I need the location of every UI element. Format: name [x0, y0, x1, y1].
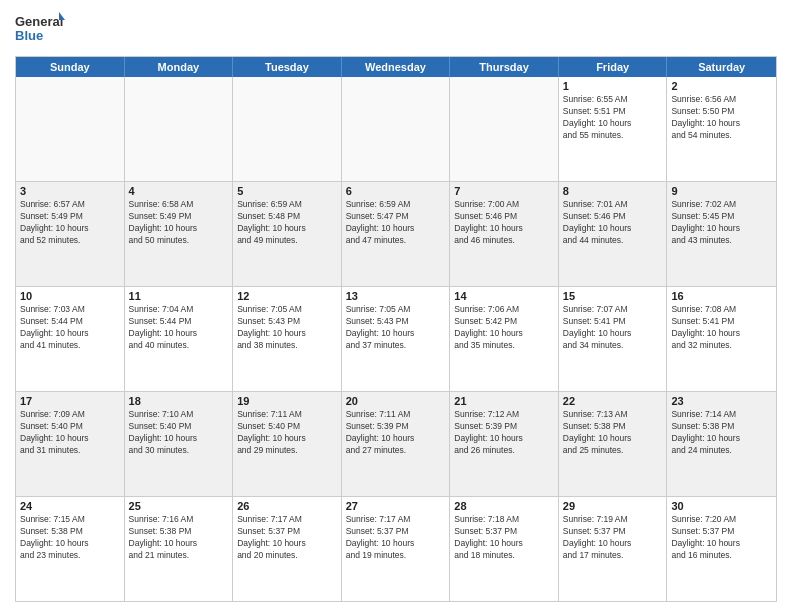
day-number: 26	[237, 500, 337, 512]
calendar-cell: 16Sunrise: 7:08 AMSunset: 5:41 PMDayligh…	[667, 287, 776, 391]
calendar-cell: 27Sunrise: 7:17 AMSunset: 5:37 PMDayligh…	[342, 497, 451, 601]
day-number: 20	[346, 395, 446, 407]
day-info: Sunrise: 7:17 AMSunset: 5:37 PMDaylight:…	[346, 514, 446, 562]
calendar-cell: 1Sunrise: 6:55 AMSunset: 5:51 PMDaylight…	[559, 77, 668, 181]
calendar-cell: 15Sunrise: 7:07 AMSunset: 5:41 PMDayligh…	[559, 287, 668, 391]
calendar-cell: 20Sunrise: 7:11 AMSunset: 5:39 PMDayligh…	[342, 392, 451, 496]
calendar-cell	[450, 77, 559, 181]
day-info: Sunrise: 7:14 AMSunset: 5:38 PMDaylight:…	[671, 409, 772, 457]
calendar-cell: 4Sunrise: 6:58 AMSunset: 5:49 PMDaylight…	[125, 182, 234, 286]
calendar-cell: 6Sunrise: 6:59 AMSunset: 5:47 PMDaylight…	[342, 182, 451, 286]
day-info: Sunrise: 7:04 AMSunset: 5:44 PMDaylight:…	[129, 304, 229, 352]
day-number: 7	[454, 185, 554, 197]
day-number: 21	[454, 395, 554, 407]
day-info: Sunrise: 7:18 AMSunset: 5:37 PMDaylight:…	[454, 514, 554, 562]
day-number: 13	[346, 290, 446, 302]
day-number: 25	[129, 500, 229, 512]
calendar-cell: 11Sunrise: 7:04 AMSunset: 5:44 PMDayligh…	[125, 287, 234, 391]
header-day: Friday	[559, 57, 668, 77]
day-number: 23	[671, 395, 772, 407]
calendar-cell: 13Sunrise: 7:05 AMSunset: 5:43 PMDayligh…	[342, 287, 451, 391]
calendar-cell	[16, 77, 125, 181]
day-number: 14	[454, 290, 554, 302]
day-info: Sunrise: 7:19 AMSunset: 5:37 PMDaylight:…	[563, 514, 663, 562]
calendar-cell: 5Sunrise: 6:59 AMSunset: 5:48 PMDaylight…	[233, 182, 342, 286]
day-number: 4	[129, 185, 229, 197]
page: General Blue SundayMondayTuesdayWednesda…	[0, 0, 792, 612]
day-info: Sunrise: 6:58 AMSunset: 5:49 PMDaylight:…	[129, 199, 229, 247]
day-info: Sunrise: 7:20 AMSunset: 5:37 PMDaylight:…	[671, 514, 772, 562]
header-day: Sunday	[16, 57, 125, 77]
day-number: 18	[129, 395, 229, 407]
calendar-header: SundayMondayTuesdayWednesdayThursdayFrid…	[16, 57, 776, 77]
day-info: Sunrise: 7:11 AMSunset: 5:39 PMDaylight:…	[346, 409, 446, 457]
calendar-cell: 24Sunrise: 7:15 AMSunset: 5:38 PMDayligh…	[16, 497, 125, 601]
svg-text:Blue: Blue	[15, 28, 43, 43]
calendar-cell: 2Sunrise: 6:56 AMSunset: 5:50 PMDaylight…	[667, 77, 776, 181]
day-info: Sunrise: 6:59 AMSunset: 5:48 PMDaylight:…	[237, 199, 337, 247]
calendar-week: 1Sunrise: 6:55 AMSunset: 5:51 PMDaylight…	[16, 77, 776, 182]
day-number: 9	[671, 185, 772, 197]
calendar-cell	[125, 77, 234, 181]
day-number: 10	[20, 290, 120, 302]
header-day: Thursday	[450, 57, 559, 77]
calendar-week: 24Sunrise: 7:15 AMSunset: 5:38 PMDayligh…	[16, 497, 776, 601]
day-number: 22	[563, 395, 663, 407]
day-number: 11	[129, 290, 229, 302]
day-info: Sunrise: 7:12 AMSunset: 5:39 PMDaylight:…	[454, 409, 554, 457]
logo-svg: General Blue	[15, 10, 65, 48]
day-number: 30	[671, 500, 772, 512]
day-number: 19	[237, 395, 337, 407]
header-day: Saturday	[667, 57, 776, 77]
day-info: Sunrise: 7:16 AMSunset: 5:38 PMDaylight:…	[129, 514, 229, 562]
calendar-cell: 3Sunrise: 6:57 AMSunset: 5:49 PMDaylight…	[16, 182, 125, 286]
day-number: 29	[563, 500, 663, 512]
day-info: Sunrise: 7:11 AMSunset: 5:40 PMDaylight:…	[237, 409, 337, 457]
day-number: 15	[563, 290, 663, 302]
day-number: 8	[563, 185, 663, 197]
day-info: Sunrise: 7:05 AMSunset: 5:43 PMDaylight:…	[346, 304, 446, 352]
day-number: 24	[20, 500, 120, 512]
calendar-cell: 17Sunrise: 7:09 AMSunset: 5:40 PMDayligh…	[16, 392, 125, 496]
day-info: Sunrise: 6:55 AMSunset: 5:51 PMDaylight:…	[563, 94, 663, 142]
calendar-cell: 25Sunrise: 7:16 AMSunset: 5:38 PMDayligh…	[125, 497, 234, 601]
day-number: 2	[671, 80, 772, 92]
calendar-cell: 21Sunrise: 7:12 AMSunset: 5:39 PMDayligh…	[450, 392, 559, 496]
day-info: Sunrise: 7:07 AMSunset: 5:41 PMDaylight:…	[563, 304, 663, 352]
day-info: Sunrise: 7:00 AMSunset: 5:46 PMDaylight:…	[454, 199, 554, 247]
calendar-body: 1Sunrise: 6:55 AMSunset: 5:51 PMDaylight…	[16, 77, 776, 601]
day-number: 28	[454, 500, 554, 512]
day-info: Sunrise: 7:09 AMSunset: 5:40 PMDaylight:…	[20, 409, 120, 457]
day-number: 6	[346, 185, 446, 197]
calendar-cell: 22Sunrise: 7:13 AMSunset: 5:38 PMDayligh…	[559, 392, 668, 496]
header-day: Monday	[125, 57, 234, 77]
calendar-cell: 26Sunrise: 7:17 AMSunset: 5:37 PMDayligh…	[233, 497, 342, 601]
day-info: Sunrise: 7:06 AMSunset: 5:42 PMDaylight:…	[454, 304, 554, 352]
calendar-cell: 14Sunrise: 7:06 AMSunset: 5:42 PMDayligh…	[450, 287, 559, 391]
day-info: Sunrise: 6:59 AMSunset: 5:47 PMDaylight:…	[346, 199, 446, 247]
calendar-cell: 10Sunrise: 7:03 AMSunset: 5:44 PMDayligh…	[16, 287, 125, 391]
calendar-cell: 8Sunrise: 7:01 AMSunset: 5:46 PMDaylight…	[559, 182, 668, 286]
day-number: 27	[346, 500, 446, 512]
calendar-week: 10Sunrise: 7:03 AMSunset: 5:44 PMDayligh…	[16, 287, 776, 392]
day-number: 1	[563, 80, 663, 92]
calendar-cell	[233, 77, 342, 181]
day-info: Sunrise: 7:13 AMSunset: 5:38 PMDaylight:…	[563, 409, 663, 457]
calendar-cell: 9Sunrise: 7:02 AMSunset: 5:45 PMDaylight…	[667, 182, 776, 286]
calendar-cell: 18Sunrise: 7:10 AMSunset: 5:40 PMDayligh…	[125, 392, 234, 496]
day-number: 17	[20, 395, 120, 407]
day-info: Sunrise: 7:15 AMSunset: 5:38 PMDaylight:…	[20, 514, 120, 562]
day-number: 12	[237, 290, 337, 302]
calendar-cell	[342, 77, 451, 181]
day-info: Sunrise: 6:57 AMSunset: 5:49 PMDaylight:…	[20, 199, 120, 247]
header-day: Tuesday	[233, 57, 342, 77]
header: General Blue	[15, 10, 777, 48]
day-info: Sunrise: 7:05 AMSunset: 5:43 PMDaylight:…	[237, 304, 337, 352]
day-number: 3	[20, 185, 120, 197]
calendar-week: 17Sunrise: 7:09 AMSunset: 5:40 PMDayligh…	[16, 392, 776, 497]
logo: General Blue	[15, 10, 65, 48]
svg-text:General: General	[15, 14, 63, 29]
calendar-cell: 7Sunrise: 7:00 AMSunset: 5:46 PMDaylight…	[450, 182, 559, 286]
calendar-cell: 19Sunrise: 7:11 AMSunset: 5:40 PMDayligh…	[233, 392, 342, 496]
day-number: 5	[237, 185, 337, 197]
